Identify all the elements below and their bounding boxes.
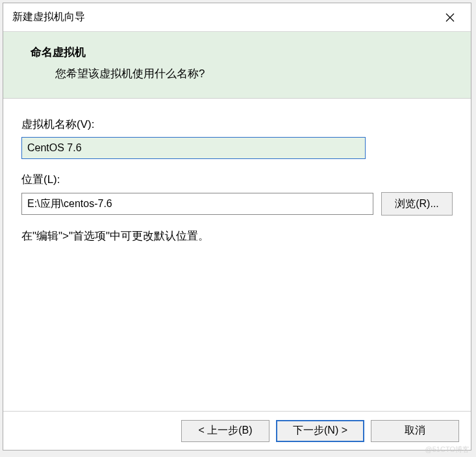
location-label: 位置(L): bbox=[21, 172, 453, 187]
location-row: 浏览(R)... bbox=[21, 192, 453, 216]
wizard-step-subtitle: 您希望该虚拟机使用什么名称? bbox=[55, 66, 451, 81]
back-button[interactable]: < 上一步(B) bbox=[181, 420, 269, 442]
window-title: 新建虚拟机向导 bbox=[12, 10, 85, 24]
watermark: @51CTO博客 bbox=[425, 445, 470, 454]
titlebar: 新建虚拟机向导 bbox=[3, 3, 471, 32]
wizard-content: 虚拟机名称(V): 位置(L): 浏览(R)... 在"编辑">"首选项"中可更… bbox=[3, 99, 471, 411]
wizard-dialog: 新建虚拟机向导 命名虚拟机 您希望该虚拟机使用什么名称? 虚拟机名称(V): 位… bbox=[3, 3, 471, 451]
cancel-button[interactable]: 取消 bbox=[371, 420, 459, 442]
next-button[interactable]: 下一步(N) > bbox=[276, 420, 364, 442]
location-input[interactable] bbox=[21, 193, 373, 215]
close-icon bbox=[445, 12, 455, 23]
wizard-step-title: 命名虚拟机 bbox=[31, 45, 451, 60]
wizard-footer: < 上一步(B) 下一步(N) > 取消 bbox=[3, 411, 471, 450]
location-group: 位置(L): 浏览(R)... bbox=[21, 172, 453, 216]
vm-name-group: 虚拟机名称(V): bbox=[21, 117, 453, 159]
location-hint: 在"编辑">"首选项"中可更改默认位置。 bbox=[21, 228, 453, 243]
vm-name-label: 虚拟机名称(V): bbox=[21, 117, 453, 132]
close-button[interactable] bbox=[437, 8, 463, 27]
wizard-header: 命名虚拟机 您希望该虚拟机使用什么名称? bbox=[3, 32, 471, 99]
browse-button[interactable]: 浏览(R)... bbox=[381, 192, 453, 216]
vm-name-input[interactable] bbox=[21, 137, 366, 159]
